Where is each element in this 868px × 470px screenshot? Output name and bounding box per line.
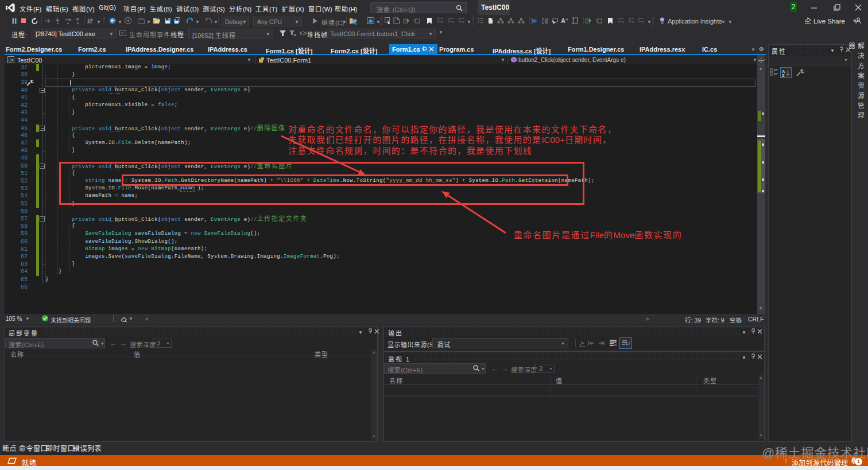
svg-text:[@]: [@] <box>541 18 548 24</box>
svg-text:Z: Z <box>782 73 785 77</box>
svg-text:A: A <box>561 17 565 24</box>
